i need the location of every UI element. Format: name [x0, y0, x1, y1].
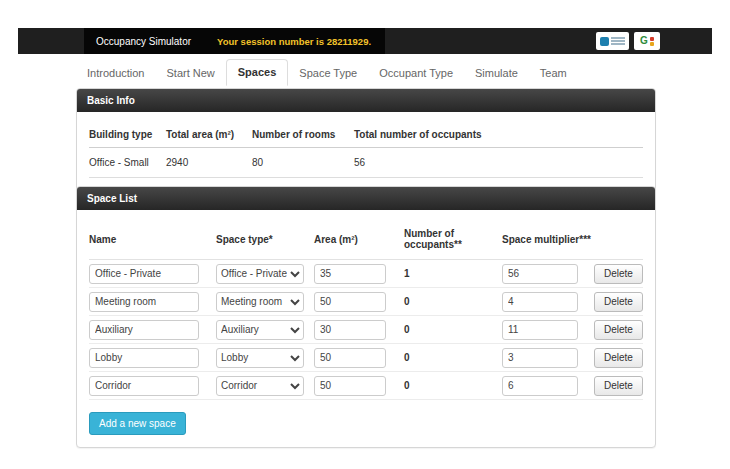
space-list-title: Space List	[77, 187, 655, 210]
partner-logo-2-icon: G	[634, 32, 660, 50]
top-navbar: Occupancy Simulator Your session number …	[18, 28, 712, 54]
space-type-select[interactable]: Auxiliary	[216, 320, 304, 340]
space-name-input[interactable]	[89, 320, 199, 340]
area-input[interactable]	[314, 348, 386, 368]
delete-button[interactable]: Delete	[594, 348, 643, 368]
app-title: Occupancy Simulator	[84, 28, 203, 54]
occupants-value: 0	[404, 352, 502, 363]
space-name-input[interactable]	[89, 348, 199, 368]
occupants-value: 0	[404, 296, 502, 307]
delete-button[interactable]: Delete	[594, 376, 643, 396]
col-space-type: Space type*	[216, 234, 314, 245]
col-total-occupants: Total number of occupants	[354, 129, 643, 140]
col-total-area: Total area (m²)	[166, 129, 252, 140]
delete-button[interactable]: Delete	[594, 264, 643, 284]
tab-team[interactable]: Team	[529, 61, 578, 86]
col-area: Area (m²)	[314, 234, 404, 245]
space-row: Auxiliary 0 Delete	[89, 316, 643, 344]
space-row: Corridor 0 Delete	[89, 372, 643, 400]
col-number-of-rooms: Number of rooms	[252, 129, 354, 140]
multiplier-input[interactable]	[502, 264, 578, 284]
area-input[interactable]	[314, 320, 386, 340]
tab-start-new[interactable]: Start New	[155, 61, 225, 86]
space-name-input[interactable]	[89, 292, 199, 312]
space-name-input[interactable]	[89, 264, 199, 284]
tab-space-type[interactable]: Space Type	[288, 61, 368, 86]
main-tab-bar: Introduction Start New Spaces Space Type…	[76, 59, 578, 86]
area-input[interactable]	[314, 264, 386, 284]
tab-occupant-type[interactable]: Occupant Type	[368, 61, 464, 86]
space-list-header-row: Name Space type* Area (m²) Number of occ…	[89, 220, 643, 260]
basic-info-panel: Basic Info Building type Total area (m²)…	[76, 88, 656, 191]
area-input[interactable]	[314, 292, 386, 312]
building-type-value: Office - Small	[89, 157, 166, 168]
space-row: Office - Private 1 Delete	[89, 260, 643, 288]
space-name-input[interactable]	[89, 376, 199, 396]
partner-logo-1-icon	[596, 32, 629, 50]
session-number-text: Your session number is 28211929.	[203, 28, 385, 54]
occupants-value: 0	[404, 324, 502, 335]
multiplier-input[interactable]	[502, 320, 578, 340]
tab-simulate[interactable]: Simulate	[464, 61, 529, 86]
delete-button[interactable]: Delete	[594, 320, 643, 340]
add-new-space-button[interactable]: Add a new space	[89, 412, 186, 435]
basic-info-data-row: Office - Small 2940 80 56	[89, 148, 643, 178]
space-type-select[interactable]: Lobby	[216, 348, 304, 368]
col-occupants: Number of occupants**	[404, 228, 502, 250]
tab-introduction[interactable]: Introduction	[76, 61, 155, 86]
total-area-value: 2940	[166, 157, 252, 168]
col-name: Name	[89, 234, 216, 245]
occupants-value: 1	[404, 268, 502, 279]
total-occupants-value: 56	[354, 157, 643, 168]
multiplier-input[interactable]	[502, 376, 578, 396]
space-type-select[interactable]: Corridor	[216, 376, 304, 396]
delete-button[interactable]: Delete	[594, 292, 643, 312]
basic-info-header-row: Building type Total area (m²) Number of …	[89, 122, 643, 148]
col-multiplier: Space multiplier***	[502, 234, 594, 245]
space-row: Lobby 0 Delete	[89, 344, 643, 372]
space-row: Meeting room 0 Delete	[89, 288, 643, 316]
tab-spaces[interactable]: Spaces	[226, 59, 289, 86]
space-type-select[interactable]: Office - Private	[216, 264, 304, 284]
basic-info-title: Basic Info	[77, 89, 655, 112]
number-of-rooms-value: 80	[252, 157, 354, 168]
partner-logos: G	[596, 32, 660, 50]
area-input[interactable]	[314, 376, 386, 396]
col-building-type: Building type	[89, 129, 166, 140]
multiplier-input[interactable]	[502, 292, 578, 312]
space-type-select[interactable]: Meeting room	[216, 292, 304, 312]
occupants-value: 0	[404, 380, 502, 391]
multiplier-input[interactable]	[502, 348, 578, 368]
space-list-panel: Space List Name Space type* Area (m²) Nu…	[76, 186, 656, 448]
